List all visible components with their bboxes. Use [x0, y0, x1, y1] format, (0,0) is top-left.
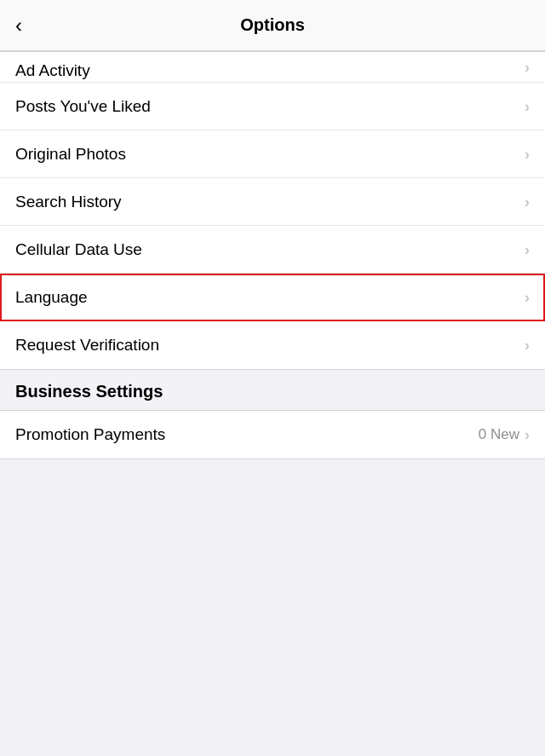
language-right: ›	[525, 290, 530, 305]
posts-liked-chevron-icon: ›	[525, 99, 530, 114]
list-item-cellular-data[interactable]: Cellular Data Use ›	[0, 226, 545, 274]
list-item-promotion-payments[interactable]: Promotion Payments 0 New ›	[0, 411, 545, 459]
search-history-right: ›	[525, 194, 530, 210]
promotion-payments-value: 0 New	[479, 426, 519, 443]
cellular-data-right: ›	[525, 242, 530, 257]
request-verification-right: ›	[525, 338, 530, 353]
original-photos-chevron-icon: ›	[525, 147, 530, 162]
search-history-label: Search History	[15, 193, 122, 211]
language-label: Language	[15, 288, 88, 307]
language-chevron-icon: ›	[525, 290, 530, 305]
business-section: Promotion Payments 0 New ›	[0, 410, 545, 459]
ad-activity-chevron-icon: ›	[525, 60, 530, 75]
original-photos-right: ›	[525, 147, 530, 162]
list-item-search-history[interactable]: Search History ›	[0, 178, 545, 226]
promotion-payments-chevron-icon: ›	[525, 427, 530, 442]
list-item-request-verification[interactable]: Request Verification ›	[0, 321, 545, 369]
settings-screen: ‹ Options Ad Activity › Posts You've Lik…	[0, 0, 545, 756]
ad-activity-label: Ad Activity	[15, 61, 90, 80]
back-icon: ‹	[15, 14, 22, 38]
back-button[interactable]: ‹	[15, 14, 22, 38]
page-title: Options	[240, 15, 305, 35]
content-area: Ad Activity › Posts You've Liked › Origi…	[0, 51, 545, 756]
posts-liked-label: Posts You've Liked	[15, 97, 151, 116]
list-item-posts-liked[interactable]: Posts You've Liked ›	[0, 83, 545, 130]
header: ‹ Options	[0, 0, 545, 51]
request-verification-label: Request Verification	[15, 336, 159, 355]
request-verification-chevron-icon: ›	[525, 338, 530, 353]
cellular-data-chevron-icon: ›	[525, 242, 530, 257]
list-item-original-photos[interactable]: Original Photos ›	[0, 130, 545, 178]
list-item-ad-activity[interactable]: Ad Activity ›	[0, 52, 545, 83]
list-item-language[interactable]: Language ›	[0, 274, 545, 321]
promotion-payments-right: 0 New ›	[479, 426, 530, 443]
posts-liked-right: ›	[525, 99, 530, 114]
search-history-chevron-icon: ›	[525, 194, 530, 210]
original-photos-label: Original Photos	[15, 145, 126, 164]
business-section-header: Business Settings	[0, 370, 545, 410]
business-section-title: Business Settings	[15, 382, 163, 401]
cellular-data-label: Cellular Data Use	[15, 240, 142, 259]
promotion-payments-label: Promotion Payments	[15, 425, 165, 444]
main-section: Ad Activity › Posts You've Liked › Origi…	[0, 51, 545, 370]
